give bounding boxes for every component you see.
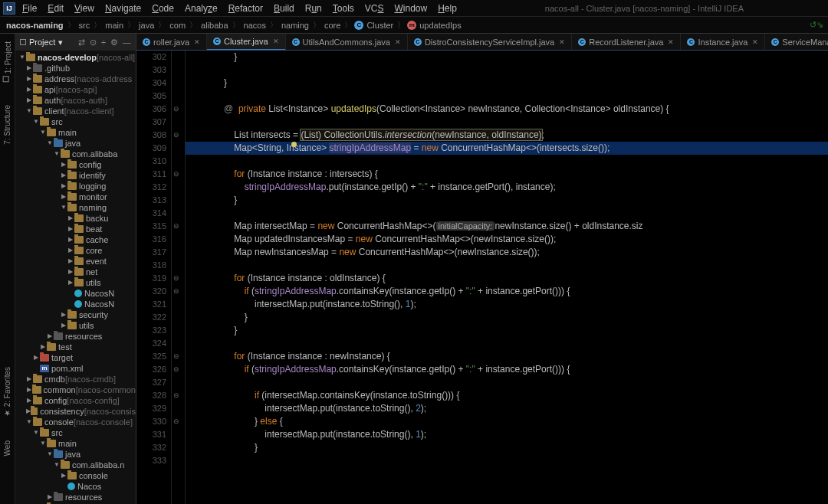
tree-node[interactable]: ▶.github: [15, 63, 136, 74]
tree-node[interactable]: mpom.xml: [15, 363, 136, 374]
breadcrumb-java[interactable]: java: [137, 21, 156, 30]
fold-icon[interactable]: ⊖: [173, 105, 179, 113]
fold-icon[interactable]: ⊖: [173, 170, 179, 178]
tree-node[interactable]: ▶net: [15, 267, 136, 277]
fold-icon[interactable]: ⊖: [173, 287, 179, 295]
tree-arrow-icon[interactable]: ▶: [60, 309, 67, 320]
tree-node[interactable]: ▼src: [15, 116, 136, 127]
tree-node[interactable]: ▶address [nacos-address: [15, 74, 136, 84]
tree-node[interactable]: ▶config [nacos-config]: [15, 395, 136, 406]
close-icon[interactable]: ✕: [273, 38, 279, 45]
code-editor[interactable]: 3023033043053063073083093103113123133143…: [136, 51, 828, 504]
fold-icon[interactable]: ⊖: [173, 131, 179, 139]
menu-vcs[interactable]: VCS: [360, 2, 389, 15]
tree-arrow-icon[interactable]: ▶: [60, 470, 67, 481]
tree-arrow-icon[interactable]: ▶: [60, 170, 67, 181]
tree-arrow-icon[interactable]: ▶: [67, 245, 74, 256]
menu-build[interactable]: Build: [268, 2, 300, 15]
tree-node[interactable]: ▶resources: [15, 331, 136, 342]
tree-arrow-icon[interactable]: ▶: [25, 395, 33, 406]
tree-node[interactable]: ▼main: [15, 127, 136, 138]
tree-arrow-icon[interactable]: ▶: [67, 256, 74, 267]
tree-arrow-icon[interactable]: ▶: [32, 352, 40, 363]
tool-favorites-button[interactable]: ★ 2: Favorites: [3, 367, 12, 417]
menu-file[interactable]: FFileile: [17, 2, 42, 15]
tree-arrow-icon[interactable]: ▶: [25, 74, 33, 84]
tree-arrow-icon[interactable]: ▼: [53, 149, 61, 159]
tree-node[interactable]: ▼java: [15, 449, 136, 460]
sidebar-collapse-icon[interactable]: ÷: [101, 38, 106, 47]
sidebar-hide-icon[interactable]: —: [123, 38, 131, 47]
tree-node[interactable]: ▶backu: [15, 213, 136, 224]
tree-arrow-icon[interactable]: ▶: [60, 159, 67, 170]
tree-node[interactable]: ▶monitor: [15, 191, 136, 202]
tree-arrow-icon[interactable]: ▶: [46, 492, 54, 502]
breadcrumb-src[interactable]: src: [77, 21, 92, 30]
fold-icon[interactable]: ⊖: [173, 365, 179, 373]
fold-icon[interactable]: ⊖: [173, 274, 179, 282]
breadcrumb-method[interactable]: updatedIps: [418, 21, 462, 30]
tree-node[interactable]: ▼main: [15, 438, 136, 449]
tree-arrow-icon[interactable]: ▶: [67, 267, 74, 277]
tree-node[interactable]: NacosN: [15, 299, 136, 309]
tool-project-button[interactable]: 1: Project: [3, 41, 12, 82]
fold-icon[interactable]: ⊖: [173, 222, 179, 230]
breadcrumb-root[interactable]: nacos-naming: [5, 21, 65, 30]
tree-node[interactable]: ▶cmdb [nacos-cmdb]: [15, 374, 136, 385]
tree-node[interactable]: ▶config: [15, 159, 136, 170]
tree-arrow-icon[interactable]: ▶: [25, 385, 32, 395]
menu-edit[interactable]: Edit: [42, 2, 69, 15]
tree-arrow-icon[interactable]: ▶: [67, 213, 74, 224]
tree-arrow-icon[interactable]: ▶: [67, 224, 74, 234]
tree-node[interactable]: ▶consistency [nacos-consis: [15, 406, 136, 417]
tree-node[interactable]: ▼naming: [15, 202, 136, 213]
fold-icon[interactable]: ⊖: [173, 417, 179, 425]
tree-node[interactable]: ▶event: [15, 256, 136, 267]
tree-arrow-icon[interactable]: ▶: [60, 320, 67, 331]
tool-web-button[interactable]: Web: [3, 440, 12, 456]
breadcrumb-class[interactable]: Cluster: [365, 21, 395, 30]
tree-arrow-icon[interactable]: ▶: [25, 84, 33, 95]
tree-arrow-icon[interactable]: ▼: [39, 127, 47, 138]
tree-node[interactable]: ▼com.alibaba: [15, 149, 136, 159]
tree-arrow-icon[interactable]: ▶: [67, 234, 74, 245]
tree-node[interactable]: ▶auth [nacos-auth]: [15, 95, 136, 106]
editor-tab[interactable]: CRecordListener.java✕: [572, 34, 681, 50]
tree-node[interactable]: NacosN: [15, 288, 136, 299]
tree-node[interactable]: ▶resources: [15, 492, 136, 502]
tree-node[interactable]: ▶console: [15, 470, 136, 481]
close-icon[interactable]: ✕: [194, 38, 200, 46]
menu-window[interactable]: Window: [389, 2, 432, 15]
tree-node[interactable]: ▶cache: [15, 234, 136, 245]
menu-analyze[interactable]: Analyze: [179, 2, 223, 15]
menu-help[interactable]: Help: [432, 2, 462, 15]
menu-code[interactable]: Code: [146, 2, 179, 15]
tree-arrow-icon[interactable]: ▼: [25, 417, 33, 427]
tree-node[interactable]: ▶utils: [15, 320, 136, 331]
tree-arrow-icon[interactable]: ▼: [32, 427, 40, 438]
tree-node[interactable]: ▼java: [15, 138, 136, 149]
sidebar-title[interactable]: Project ▾: [20, 38, 74, 47]
tree-node[interactable]: ▼com.alibaba.n: [15, 460, 136, 470]
tree-node[interactable]: ▶api [nacos-api]: [15, 84, 136, 95]
breadcrumb-core[interactable]: core: [323, 21, 342, 30]
tree-node[interactable]: ▶utils: [15, 277, 136, 288]
tree-arrow-icon[interactable]: ▶: [67, 277, 74, 288]
tree-node[interactable]: ▼src: [15, 427, 136, 438]
tree-node[interactable]: Nacos: [15, 481, 136, 492]
run-indicator-icon[interactable]: ↺⇘: [810, 20, 823, 30]
menu-navigate[interactable]: Navigate: [100, 2, 146, 15]
breadcrumb-com[interactable]: com: [168, 21, 187, 30]
tree-arrow-icon[interactable]: ▼: [18, 52, 26, 63]
tree-arrow-icon[interactable]: ▶: [25, 95, 33, 106]
tree-arrow-icon[interactable]: ▶: [60, 181, 67, 191]
tree-node[interactable]: ▶logging: [15, 181, 136, 191]
sidebar-target-icon[interactable]: ⊙: [90, 38, 97, 47]
breadcrumb-main[interactable]: main: [104, 21, 125, 30]
tree-arrow-icon[interactable]: ▼: [60, 202, 67, 213]
tree-arrow-icon[interactable]: ▶: [25, 406, 31, 417]
fold-icon[interactable]: ⊖: [173, 391, 179, 399]
close-icon[interactable]: ✕: [559, 38, 565, 46]
tree-node[interactable]: ▶test: [15, 342, 136, 352]
tree-arrow-icon[interactable]: ▶: [39, 342, 47, 352]
